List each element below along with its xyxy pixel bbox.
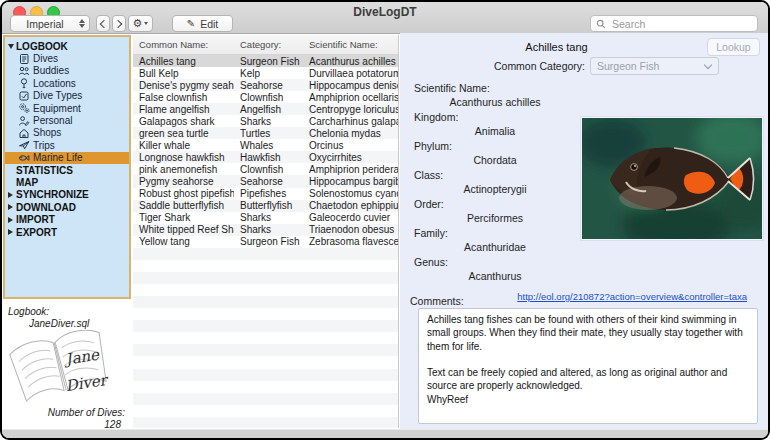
sidebar-item-shops[interactable]: Shops [5,127,129,139]
sidebar-section-export[interactable]: EXPORT [5,226,129,238]
common-category-value: Surgeon Fish [591,60,705,72]
table-row-false-clownfish[interactable]: False clownfishClownfishAmphiprion ocell… [133,91,398,103]
cell-category: Pipefishes [234,188,303,199]
cell-common-name: Denise's pygmy seahor... [133,80,234,91]
cell-category: Butterflyfish [234,200,303,211]
sidebar-section-download[interactable]: DOWNLOAD [5,201,129,213]
common-category-select[interactable]: Surgeon Fish [590,57,719,75]
table-row-saddle-butterflyfish[interactable]: Saddle butterflyfishButterflyfishChaetod… [133,200,398,212]
cell-common-name: Robust ghost pipefish [133,188,234,199]
field-label: Genus: [400,256,600,268]
forward-button[interactable] [112,15,126,32]
disclosure-right-icon[interactable] [8,229,16,235]
cell-scientific-name: Oxycirrhites [303,152,398,163]
person-pencil-icon [18,115,30,127]
sidebar-label: EXPORT [16,227,57,238]
back-button[interactable] [96,15,110,32]
sidebar-item-dive-types[interactable]: Dive Types [5,90,129,102]
sidebar-item-marine-life[interactable]: Marine Life [5,152,129,164]
sidebar-item-locations[interactable]: Locations [5,77,129,89]
table-row-green-sea-turtle[interactable]: green sea turtleTurtlesChelonia mydas [133,127,398,139]
sidebar-section-logbook[interactable]: LOGBOOK [5,40,129,52]
disclosure-right-icon[interactable] [8,192,16,198]
field-label: Kingdom: [400,111,600,123]
cell-scientific-name: Durvillaea potatorum [303,68,398,79]
sidebar-item-trips[interactable]: Trips [5,139,129,151]
table-row-yellow-tang[interactable]: Yellow tangSurgeon FishZebrasoma flavesc… [133,236,398,248]
field-label: Scientific Name: [400,82,600,94]
table-row-achilles-tang[interactable]: Achilles tangSurgeon FishAcanthurus achi… [133,55,398,67]
cell-scientific-name: Orcinus [303,140,398,151]
table-row-pygmy-seahorse[interactable]: Pygmy seahorseSeahorseHippocampus bargib… [133,175,398,187]
cell-common-name: Achilles tang [133,56,234,67]
sidebar-section-synchronize[interactable]: SYNCHRONIZE [5,189,129,201]
disclosure-right-icon[interactable] [8,217,16,223]
cell-category: Sharks [234,116,303,127]
checkbox-icon [18,90,30,102]
taxonomy-field-phylum: Phylum:Chordata [400,140,600,166]
field-label: Order: [400,198,600,210]
logbook-icon [18,53,30,65]
cell-scientific-name: Solenostomus cyano... [303,188,398,199]
location-pin-icon [18,77,30,89]
table-row-tiger-shark[interactable]: Tiger SharkSharksGaleocerdo cuvier [133,212,398,224]
table-row-longnose-hawkfish[interactable]: Longnose hawkfishHawkfishOxycirrhites [133,151,398,163]
sidebar-item-buddies[interactable]: Buddies [5,65,129,77]
species-table-header: Common Name:Category:Scientific Name: [133,35,398,55]
column-header-category[interactable]: Category: [234,39,303,50]
cell-scientific-name: Centropyge loriculus [303,104,398,115]
sidebar-label: DOWNLOAD [16,202,76,213]
cell-common-name: Bull Kelp [133,68,234,79]
column-header-common-name[interactable]: Common Name: [133,39,234,50]
sidebar-label: Marine Life [33,152,82,163]
sidebar-label: Dive Types [33,90,82,101]
cell-category: Hawkfish [234,152,303,163]
sidebar-label: Personal [33,115,72,126]
cell-category: Surgeon Fish [234,236,303,247]
cell-category: Sharks [234,224,303,235]
logbook-label: Logbook: [8,306,49,317]
table-row-robust-ghost-pipefish[interactable]: Robust ghost pipefishPipefishesSolenosto… [133,188,398,200]
sidebar-item-equipment[interactable]: Equipment [5,102,129,114]
sidebar-section-map[interactable]: MAP [5,176,129,188]
search-input[interactable] [610,17,752,31]
table-row-denise-s-pygmy-seahor[interactable]: Denise's pygmy seahor...SeahorseHippocam… [133,79,398,91]
species-title: Achilles tang [440,41,673,53]
species-table-body: Achilles tangSurgeon FishAcanthurus achi… [133,55,398,248]
disclosure-down-icon[interactable] [8,44,16,49]
eol-link[interactable]: http://eol.org/210872?action=overview&co… [517,291,747,302]
table-row-white-tipped-reef-shark[interactable]: White tipped Reef SharkSharksTriaenodon … [133,224,398,236]
disclosure-right-icon[interactable] [8,204,16,210]
cell-common-name: Tiger Shark [133,212,234,223]
sidebar-section-statistics[interactable]: STATISTICS [5,164,129,176]
table-row-killer-whale[interactable]: Killer whaleWhalesOrcinus [133,139,398,151]
cell-common-name: White tipped Reef Shark [133,224,234,235]
field-value: Animalia [400,125,590,137]
gears-icon [18,102,30,114]
lookup-button[interactable]: Lookup [707,38,760,56]
sidebar-label: Locations [33,78,76,89]
sidebar-label: Shops [33,127,61,138]
logbook-info: Logbook: JaneDiver.sql [3,301,131,429]
table-row-galapagos-shark[interactable]: Galapagos sharkSharksCarcharhinus galapa… [133,115,398,127]
table-row-pink-anemonefish[interactable]: pink anemonefishClownfishAmphiprion peri… [133,163,398,175]
sidebar-item-personal[interactable]: Personal [5,114,129,126]
cell-common-name: Pygmy seahorse [133,176,234,187]
search-field[interactable] [590,15,758,32]
comments-box[interactable]: Achilles tang fishes can be found with o… [418,308,758,424]
navigation-sidebar: LOGBOOKDivesBuddiesLocationsDive TypesEq… [3,35,131,299]
edit-button[interactable]: ✎ Edit [172,15,233,32]
cell-common-name: Saddle butterflyfish [133,200,234,211]
number-of-dives-label: Number of Dives: [48,407,125,418]
units-popup[interactable]: Imperial [10,15,90,32]
table-row-bull-kelp[interactable]: Bull KelpKelpDurvillaea potatorum [133,67,398,79]
cell-common-name: pink anemonefish [133,164,234,175]
table-row-flame-angelfish[interactable]: Flame angelfishAngelfishCentropyge loric… [133,103,398,115]
sidebar-item-dives[interactable]: Dives [5,52,129,64]
action-menu-button[interactable]: ⚙ [128,15,153,32]
sidebar-section-import[interactable]: IMPORT [5,213,129,225]
field-value: Actinopterygii [400,183,590,195]
cell-category: Clownfish [234,164,303,175]
cell-category: Sharks [234,212,303,223]
column-header-scientific-name[interactable]: Scientific Name: [303,39,398,50]
